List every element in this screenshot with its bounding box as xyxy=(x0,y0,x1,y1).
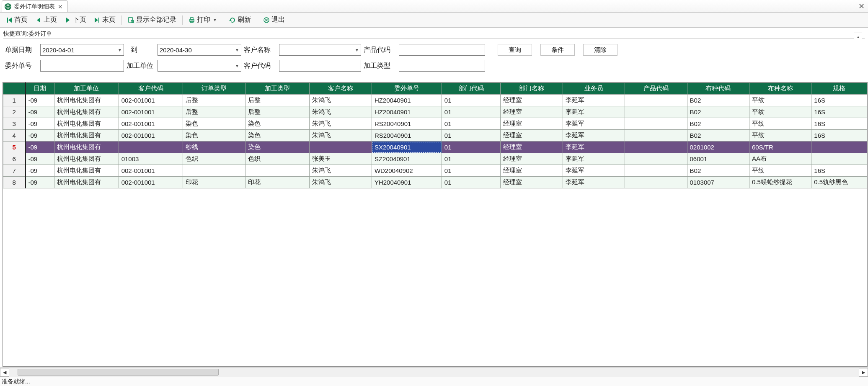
toolbar-sep xyxy=(257,15,257,25)
toolbar: 首页 上页 下页 末页 显示全部记录 打印 ▼ 刷新 退出 xyxy=(0,13,868,28)
svg-rect-0 xyxy=(129,18,132,22)
last-page-icon xyxy=(94,17,101,23)
cust-name-label: 客户名称 xyxy=(244,46,276,54)
svg-rect-5 xyxy=(191,21,193,23)
print-icon xyxy=(189,17,195,23)
globe-icon xyxy=(5,3,11,10)
form-row: 单据日期 2020-04-01 ▼ 到 2020-04-30 ▼ 客户名称 ▼ … xyxy=(5,44,863,56)
show-all-icon xyxy=(128,17,134,23)
toolbar-sep xyxy=(223,15,223,25)
last-page-button[interactable]: 末页 xyxy=(90,14,119,26)
exit-button[interactable]: 退出 xyxy=(260,14,288,26)
svg-line-2 xyxy=(133,22,134,23)
date-to-label: 到 xyxy=(127,46,142,54)
print-button[interactable]: 打印 ▼ xyxy=(185,14,220,26)
date-from-label: 单据日期 xyxy=(5,46,38,54)
quick-query-legend: 快捷查询:委外订单 xyxy=(3,30,865,38)
quick-query-panel: 快捷查询:委外订单 ▴ 单据日期 2020-04-01 ▼ 到 2020-04-… xyxy=(0,28,868,77)
order-no-label: 委外单号 xyxy=(5,62,38,70)
date-from-value: 2020-04-01 xyxy=(42,46,75,54)
prod-code-input[interactable] xyxy=(399,44,485,56)
date-from-input[interactable]: 2020-04-01 ▼ xyxy=(40,44,124,56)
cust-code-input[interactable] xyxy=(279,60,361,72)
collapse-panel-icon[interactable]: ▴ xyxy=(854,33,862,40)
form-row: 委外单号 加工单位 ▼ 客户代码 加工类型 xyxy=(5,60,863,72)
prod-code-label: 产品代码 xyxy=(364,46,396,54)
window-close-icon[interactable]: ✕ xyxy=(858,2,865,11)
first-page-icon xyxy=(6,17,13,23)
exit-icon xyxy=(263,17,270,23)
toolbar-sep xyxy=(182,15,183,25)
prev-page-button[interactable]: 上页 xyxy=(32,14,60,26)
tab-strip: 委外订单明细表 ✕ ✕ xyxy=(0,0,868,13)
tab-title: 委外订单明细表 xyxy=(14,3,55,10)
show-all-button[interactable]: 显示全部记录 xyxy=(124,14,180,26)
order-no-input[interactable] xyxy=(40,60,124,72)
prev-page-icon xyxy=(35,17,42,23)
first-page-label: 首页 xyxy=(14,15,28,24)
date-to-input[interactable]: 2020-04-30 ▼ xyxy=(158,44,241,56)
proc-type-input[interactable] xyxy=(399,60,485,72)
print-label: 打印 xyxy=(197,15,210,24)
last-page-label: 末页 xyxy=(102,15,116,24)
tab-close-icon[interactable]: ✕ xyxy=(57,4,63,10)
proc-unit-input[interactable]: ▼ xyxy=(158,60,241,72)
clear-button[interactable]: 清除 xyxy=(583,44,617,56)
chevron-down-icon: ▼ xyxy=(355,48,359,52)
chevron-down-icon: ▼ xyxy=(118,48,122,52)
chevron-down-icon: ▼ xyxy=(235,48,239,52)
next-page-icon xyxy=(65,17,71,23)
cust-name-input[interactable]: ▼ xyxy=(279,44,361,56)
first-page-button[interactable]: 首页 xyxy=(3,14,31,26)
condition-button[interactable]: 条件 xyxy=(540,44,575,56)
exit-label: 退出 xyxy=(271,15,285,24)
refresh-label: 刷新 xyxy=(238,15,251,24)
proc-type-label: 加工类型 xyxy=(364,62,396,70)
query-button[interactable]: 查询 xyxy=(498,44,532,56)
tab-active[interactable]: 委外订单明细表 ✕ xyxy=(2,0,68,12)
cust-code-label: 客户代码 xyxy=(244,62,276,70)
toolbar-sep xyxy=(121,15,122,25)
refresh-icon xyxy=(229,17,236,23)
next-page-label: 下页 xyxy=(73,15,86,24)
proc-unit-label: 加工单位 xyxy=(127,62,155,70)
date-to-value: 2020-04-30 xyxy=(160,46,192,54)
svg-rect-4 xyxy=(191,18,193,19)
print-dropdown-icon[interactable]: ▼ xyxy=(213,18,217,22)
next-page-button[interactable]: 下页 xyxy=(61,14,90,26)
show-all-label: 显示全部记录 xyxy=(136,15,176,24)
chevron-down-icon: ▼ xyxy=(235,64,239,68)
prev-page-label: 上页 xyxy=(44,15,57,24)
refresh-button[interactable]: 刷新 xyxy=(226,14,254,26)
